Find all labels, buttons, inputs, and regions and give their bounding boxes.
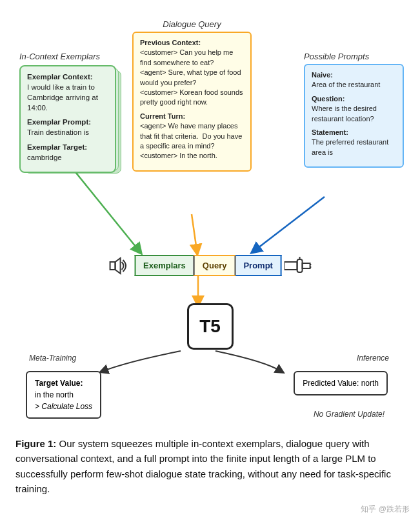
target-value-text: in the north (35, 390, 74, 399)
possible-prompts-label: Possible Prompts (304, 52, 404, 61)
pp-statement-label: Statement: (312, 128, 348, 136)
svg-line-2 (255, 197, 325, 250)
card-context-section: Exemplar Context: I would like a train t… (27, 72, 108, 113)
dq-curr-section: Current Turn: <agent> We have many place… (140, 112, 244, 161)
prompt-segment: Prompt (235, 255, 282, 276)
knob-right-icon (285, 255, 312, 276)
pp-statement-text: The preferred restaurant area is (312, 138, 388, 155)
dq-prev-label: Previous Context: (140, 39, 201, 46)
possible-prompts-box: Naive: Area of the restaurant Question: … (304, 64, 404, 168)
diagram: In-Context Exemplars Exemplar Context: E… (13, 13, 407, 426)
pp-question-text: Where is the desired restaurant location… (312, 105, 377, 122)
target-value-label: Target Value: (35, 379, 83, 388)
exemplars-section: In-Context Exemplars Exemplar Context: E… (19, 52, 119, 175)
pp-naive-text: Area of the restaurant (312, 81, 380, 88)
svg-line-0 (68, 163, 139, 250)
watermark: 知乎 @跌若形 (361, 504, 410, 515)
t5-box: T5 (187, 303, 234, 350)
exemplars-segment: Exemplars (134, 255, 194, 276)
input-bar: Exemplars Query Prompt (108, 255, 312, 276)
svg-rect-7 (297, 259, 303, 272)
card-prompt-label: Exemplar Prompt: (27, 118, 91, 126)
dialogue-query-box: Previous Context: <customer> Can you hel… (132, 32, 252, 172)
card-target-label: Exemplar Target: (27, 143, 87, 151)
svg-rect-6 (285, 262, 297, 270)
svg-rect-9 (303, 263, 310, 268)
dialogue-query-label: Dialogue Query (132, 19, 252, 29)
target-value-action: > Calculate Loss (35, 402, 92, 411)
svg-rect-4 (110, 262, 115, 270)
query-segment: Query (194, 255, 236, 276)
dq-prev-section: Previous Context: <customer> Can you hel… (140, 38, 244, 108)
svg-line-1 (192, 214, 197, 250)
inference-label: Inference (357, 354, 389, 363)
figure-number: Figure 1: (15, 438, 56, 449)
card-target-text: cambridge (27, 154, 62, 161)
predicted-value-text: Predicted Value: north (303, 379, 379, 388)
meta-training-label: Meta-Training (29, 354, 76, 363)
dialogue-query-section: Dialogue Query Previous Context: <custom… (132, 19, 252, 172)
card-stack: Exemplar Context: Exemplar Context: Exem… (19, 65, 119, 175)
predicted-value-box: Predicted Value: north (294, 371, 388, 395)
dq-curr-label: Current Turn: (140, 112, 185, 120)
pp-naive-section: Naive: Area of the restaurant (312, 70, 396, 90)
card-context-label: Exemplar Context: (27, 73, 93, 81)
main-container: In-Context Exemplars Exemplar Context: E… (0, 0, 420, 509)
card-front: Exemplar Context: I would like a train t… (19, 65, 116, 173)
figure-caption: Figure 1: Our system squeezes multiple i… (13, 436, 407, 496)
dq-prev-text: <customer> Can you help me find somewher… (140, 48, 243, 106)
svg-marker-5 (115, 258, 120, 274)
pp-question-label: Question: (312, 95, 345, 103)
caption-text: Our system squeezes multiple in-context … (15, 438, 391, 494)
pp-statement-section: Statement: The preferred restaurant area… (312, 128, 396, 157)
no-gradient-label: No Gradient Update! (314, 410, 385, 419)
target-value-box: Target Value: in the north > Calculate L… (26, 371, 101, 419)
exemplars-label: In-Context Exemplars (19, 52, 119, 61)
card-target-section: Exemplar Target: cambridge (27, 142, 108, 163)
card-context-text: I would like a train to Cambridge arrivi… (27, 83, 98, 112)
dq-curr-text: <agent> We have many places that fit tha… (140, 122, 242, 159)
pp-naive-label: Naive: (312, 71, 333, 79)
possible-prompts-section: Possible Prompts Naive: Area of the rest… (304, 52, 404, 168)
pp-question-section: Question: Where is the desired restauran… (312, 94, 396, 124)
card-prompt-section: Exemplar Prompt: Train destination is (27, 117, 108, 137)
card-prompt-text: Train destination is (27, 128, 89, 136)
speaker-left-icon (108, 255, 132, 276)
